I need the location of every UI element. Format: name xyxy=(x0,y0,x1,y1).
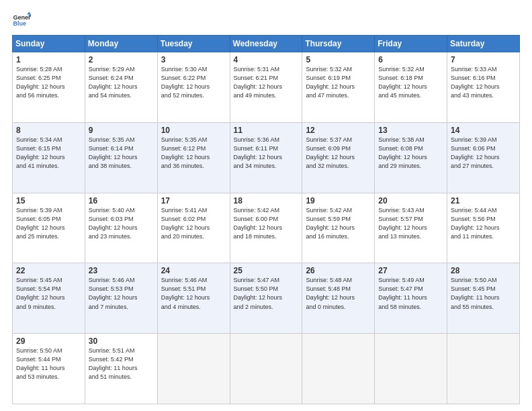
calendar-cell: 5Sunrise: 5:32 AM Sunset: 6:19 PM Daylig… xyxy=(302,52,375,123)
day-info: Sunrise: 5:46 AM Sunset: 5:53 PM Dayligh… xyxy=(89,276,154,311)
svg-text:General: General xyxy=(13,14,31,21)
calendar-cell xyxy=(447,334,520,404)
day-number: 13 xyxy=(378,126,443,135)
calendar-cell: 16Sunrise: 5:40 AM Sunset: 6:03 PM Dayli… xyxy=(85,193,157,263)
day-number: 12 xyxy=(306,126,371,135)
logo-icon: General Blue xyxy=(12,11,31,30)
calendar-cell: 8Sunrise: 5:34 AM Sunset: 6:15 PM Daylig… xyxy=(13,122,85,193)
day-info: Sunrise: 5:37 AM Sunset: 6:09 PM Dayligh… xyxy=(306,136,371,171)
page: General Blue SundayMondayTuesdayWednesda… xyxy=(0,0,532,411)
calendar-week-row: 15Sunrise: 5:39 AM Sunset: 6:05 PM Dayli… xyxy=(13,193,520,263)
day-number: 8 xyxy=(16,126,81,135)
calendar-week-row: 1Sunrise: 5:28 AM Sunset: 6:25 PM Daylig… xyxy=(13,52,520,123)
calendar-cell xyxy=(375,334,447,404)
weekday-header: Monday xyxy=(85,36,157,52)
calendar-cell: 1Sunrise: 5:28 AM Sunset: 6:25 PM Daylig… xyxy=(13,52,85,123)
calendar-cell: 18Sunrise: 5:42 AM Sunset: 6:00 PM Dayli… xyxy=(230,193,302,263)
day-number: 4 xyxy=(234,55,299,64)
day-info: Sunrise: 5:49 AM Sunset: 5:47 PM Dayligh… xyxy=(378,276,443,311)
calendar-cell: 6Sunrise: 5:32 AM Sunset: 6:18 PM Daylig… xyxy=(375,52,447,123)
calendar-cell: 23Sunrise: 5:46 AM Sunset: 5:53 PM Dayli… xyxy=(85,263,157,334)
day-number: 21 xyxy=(451,196,516,205)
day-number: 26 xyxy=(306,266,371,275)
calendar-week-row: 29Sunrise: 5:50 AM Sunset: 5:44 PM Dayli… xyxy=(13,334,520,404)
calendar-cell: 25Sunrise: 5:47 AM Sunset: 5:50 PM Dayli… xyxy=(230,263,302,334)
calendar-cell: 7Sunrise: 5:33 AM Sunset: 6:16 PM Daylig… xyxy=(447,52,520,123)
calendar-cell: 4Sunrise: 5:31 AM Sunset: 6:21 PM Daylig… xyxy=(230,52,302,123)
calendar-cell: 11Sunrise: 5:36 AM Sunset: 6:11 PM Dayli… xyxy=(230,122,302,193)
svg-marker-2 xyxy=(27,11,31,14)
day-info: Sunrise: 5:29 AM Sunset: 6:24 PM Dayligh… xyxy=(89,65,154,100)
calendar-cell: 2Sunrise: 5:29 AM Sunset: 6:24 PM Daylig… xyxy=(85,52,157,123)
day-info: Sunrise: 5:39 AM Sunset: 6:05 PM Dayligh… xyxy=(16,206,81,241)
calendar-cell: 12Sunrise: 5:37 AM Sunset: 6:09 PM Dayli… xyxy=(302,122,375,193)
day-info: Sunrise: 5:43 AM Sunset: 5:57 PM Dayligh… xyxy=(378,206,443,241)
weekday-header: Tuesday xyxy=(157,36,230,52)
day-info: Sunrise: 5:39 AM Sunset: 6:06 PM Dayligh… xyxy=(451,136,516,171)
calendar-week-row: 8Sunrise: 5:34 AM Sunset: 6:15 PM Daylig… xyxy=(13,122,520,193)
day-number: 19 xyxy=(306,196,371,205)
calendar-cell: 17Sunrise: 5:41 AM Sunset: 6:02 PM Dayli… xyxy=(157,193,230,263)
weekday-header: Friday xyxy=(375,36,447,52)
day-number: 1 xyxy=(16,55,81,64)
day-info: Sunrise: 5:28 AM Sunset: 6:25 PM Dayligh… xyxy=(16,65,81,100)
calendar-cell: 19Sunrise: 5:42 AM Sunset: 5:59 PM Dayli… xyxy=(302,193,375,263)
calendar-cell: 26Sunrise: 5:48 AM Sunset: 5:48 PM Dayli… xyxy=(302,263,375,334)
day-info: Sunrise: 5:41 AM Sunset: 6:02 PM Dayligh… xyxy=(161,206,226,241)
calendar-cell: 9Sunrise: 5:35 AM Sunset: 6:14 PM Daylig… xyxy=(85,122,157,193)
calendar-cell: 21Sunrise: 5:44 AM Sunset: 5:56 PM Dayli… xyxy=(447,193,520,263)
calendar-cell: 14Sunrise: 5:39 AM Sunset: 6:06 PM Dayli… xyxy=(447,122,520,193)
day-info: Sunrise: 5:42 AM Sunset: 6:00 PM Dayligh… xyxy=(234,206,299,241)
day-number: 20 xyxy=(378,196,443,205)
day-info: Sunrise: 5:33 AM Sunset: 6:16 PM Dayligh… xyxy=(451,65,516,100)
calendar-week-row: 22Sunrise: 5:45 AM Sunset: 5:54 PM Dayli… xyxy=(13,263,520,334)
day-info: Sunrise: 5:34 AM Sunset: 6:15 PM Dayligh… xyxy=(16,136,81,171)
day-info: Sunrise: 5:40 AM Sunset: 6:03 PM Dayligh… xyxy=(89,206,154,241)
day-info: Sunrise: 5:35 AM Sunset: 6:14 PM Dayligh… xyxy=(89,136,154,171)
day-number: 10 xyxy=(161,126,226,135)
day-info: Sunrise: 5:48 AM Sunset: 5:48 PM Dayligh… xyxy=(306,276,371,311)
day-number: 17 xyxy=(161,196,226,205)
day-number: 3 xyxy=(161,55,226,64)
day-info: Sunrise: 5:30 AM Sunset: 6:22 PM Dayligh… xyxy=(161,65,226,100)
calendar-table: SundayMondayTuesdayWednesdayThursdayFrid… xyxy=(12,35,520,404)
calendar-cell: 22Sunrise: 5:45 AM Sunset: 5:54 PM Dayli… xyxy=(13,263,85,334)
calendar-cell xyxy=(157,334,230,404)
day-number: 9 xyxy=(89,126,154,135)
day-number: 2 xyxy=(89,55,154,64)
day-number: 28 xyxy=(451,266,516,275)
calendar-cell: 28Sunrise: 5:50 AM Sunset: 5:45 PM Dayli… xyxy=(447,263,520,334)
calendar-cell: 20Sunrise: 5:43 AM Sunset: 5:57 PM Dayli… xyxy=(375,193,447,263)
weekday-header: Wednesday xyxy=(230,36,302,52)
calendar-cell: 3Sunrise: 5:30 AM Sunset: 6:22 PM Daylig… xyxy=(157,52,230,123)
day-info: Sunrise: 5:44 AM Sunset: 5:56 PM Dayligh… xyxy=(451,206,516,241)
calendar-cell: 29Sunrise: 5:50 AM Sunset: 5:44 PM Dayli… xyxy=(13,334,85,404)
calendar-cell: 24Sunrise: 5:46 AM Sunset: 5:51 PM Dayli… xyxy=(157,263,230,334)
day-number: 30 xyxy=(89,336,154,346)
logo: General Blue xyxy=(12,11,34,30)
day-info: Sunrise: 5:51 AM Sunset: 5:42 PM Dayligh… xyxy=(89,347,154,381)
day-info: Sunrise: 5:38 AM Sunset: 6:08 PM Dayligh… xyxy=(378,136,443,171)
calendar-cell: 15Sunrise: 5:39 AM Sunset: 6:05 PM Dayli… xyxy=(13,193,85,263)
header-row: SundayMondayTuesdayWednesdayThursdayFrid… xyxy=(13,36,520,52)
day-number: 22 xyxy=(16,266,81,275)
day-number: 15 xyxy=(16,196,81,205)
day-info: Sunrise: 5:45 AM Sunset: 5:54 PM Dayligh… xyxy=(16,276,81,311)
weekday-header: Saturday xyxy=(447,36,520,52)
day-info: Sunrise: 5:46 AM Sunset: 5:51 PM Dayligh… xyxy=(161,276,226,311)
day-info: Sunrise: 5:47 AM Sunset: 5:50 PM Dayligh… xyxy=(234,276,299,311)
day-info: Sunrise: 5:32 AM Sunset: 6:19 PM Dayligh… xyxy=(306,65,371,100)
calendar-cell xyxy=(302,334,375,404)
day-number: 25 xyxy=(234,266,299,275)
day-info: Sunrise: 5:35 AM Sunset: 6:12 PM Dayligh… xyxy=(161,136,226,171)
day-number: 29 xyxy=(16,336,81,346)
day-number: 18 xyxy=(234,196,299,205)
day-number: 27 xyxy=(378,266,443,275)
calendar-cell: 10Sunrise: 5:35 AM Sunset: 6:12 PM Dayli… xyxy=(157,122,230,193)
day-number: 24 xyxy=(161,266,226,275)
calendar-cell: 27Sunrise: 5:49 AM Sunset: 5:47 PM Dayli… xyxy=(375,263,447,334)
day-info: Sunrise: 5:42 AM Sunset: 5:59 PM Dayligh… xyxy=(306,206,371,241)
day-info: Sunrise: 5:50 AM Sunset: 5:45 PM Dayligh… xyxy=(451,276,516,311)
day-number: 16 xyxy=(89,196,154,205)
day-info: Sunrise: 5:36 AM Sunset: 6:11 PM Dayligh… xyxy=(234,136,299,171)
